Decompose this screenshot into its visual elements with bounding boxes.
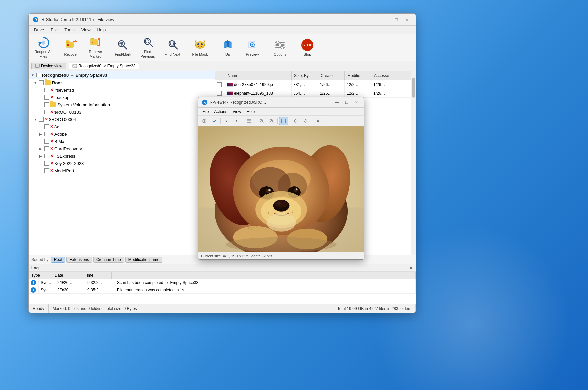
root-checkbox[interactable] [36,73,41,77]
tree-item-modelport[interactable]: ▶ ✕ ModelPort [37,167,215,174]
tree-item-root-folder[interactable]: ▼ Root [31,79,215,86]
root-folder-checkbox[interactable] [39,80,44,85]
sort-extensions-button[interactable]: Extensions [66,257,92,263]
viewer-prev-button[interactable]: ‹ [222,117,231,125]
main-scrollbar[interactable] [411,71,416,255]
sysvolinfo-checkbox[interactable] [44,102,49,107]
viewer-close-button[interactable]: ✕ [352,99,361,106]
viewer-next-button[interactable]: › [232,117,241,125]
viewer-minimize-button[interactable]: — [333,99,341,106]
viewer-menu-view[interactable]: View [231,109,243,114]
size-col-header[interactable]: Size, By [292,71,318,80]
log-close-button[interactable]: ✕ [409,265,413,271]
cardrecovery-checkbox[interactable] [44,146,49,151]
root-folder-toggle[interactable]: ▼ [33,80,38,85]
device-view-tab[interactable]: Device view [31,63,66,69]
viewer-menu-actions[interactable]: Actions [212,109,229,114]
tree-item-fseventsd[interactable]: ▶ ✕ .fseventsd [37,86,215,94]
tree-panel[interactable]: ▼ Recognized0 → Empty Space33 ▼ Root ▶ ✕ [29,71,215,255]
row1-checkbox[interactable] [217,82,222,87]
row2-check[interactable] [215,89,225,97]
iisexpress-checkbox[interactable] [44,154,49,158]
adobe-toggle[interactable]: ▶ [38,131,43,137]
sort-creation-time-button[interactable]: Creation Time [93,257,124,263]
key2022-checkbox[interactable] [44,161,49,166]
tree-item-key2022[interactable]: ▶ ✕ Key 2022-2023 [37,160,215,167]
modified-col-header[interactable]: Modifie [345,71,371,80]
tree-item-cardrecovery[interactable]: ▶ ✕ CardRecovery [37,145,215,152]
fseventsd-checkbox[interactable] [44,88,49,92]
recover-marked-button[interactable]: ✓ Recover Marked [84,36,107,59]
preview-label: Preview [246,52,259,57]
accessed-col-header[interactable]: Accesse [371,71,398,80]
modelport-checkbox[interactable] [44,168,49,173]
viewer-check-button[interactable] [210,117,219,125]
viewer-menu-file[interactable]: File [200,109,211,114]
reopen-all-files-button[interactable]: Reopen All Files [31,36,55,59]
file-mask-button[interactable]: File Mask [188,36,212,59]
svg-rect-57 [282,120,285,122]
stop-button[interactable]: STOP Stop [295,36,319,59]
sort-modification-time-button[interactable]: Modification Time [125,257,162,263]
toolbar: Reopen All Files ✕ Recover [29,34,416,61]
tree-item-iisexpress[interactable]: ▶ ✕ IISExpress [37,152,215,160]
tree-item-sysvolinfo[interactable]: ▶ System Volume Information [37,101,215,108]
root00133-checkbox[interactable] [44,110,49,114]
sort-real-button[interactable]: Real [51,257,65,263]
8x-checkbox[interactable] [44,124,49,129]
viewer-toolbar-sep-4 [277,118,278,124]
tree-item-backup[interactable]: ▶ ✕ .backup [37,94,215,101]
maximize-button[interactable]: □ [392,16,401,23]
up-button[interactable]: Up [216,36,240,59]
find-previous-button[interactable]: Find Previous [136,36,160,59]
row1-size: 381,… [292,80,318,89]
created-col-header[interactable]: Create [318,71,345,80]
find-next-icon [166,38,179,52]
recover-button[interactable]: ✕ Recover [59,36,83,59]
tree-item-8x[interactable]: ▶ ✕ 8x [37,123,215,130]
root-expand-toggle[interactable]: ▼ [30,72,35,78]
menu-drive[interactable]: Drive [31,27,47,33]
svg-point-22 [170,42,174,45]
backup-checkbox[interactable] [44,95,49,100]
tree-item-root00133[interactable]: ▶ ✕ $ROOT00133 [37,108,215,116]
menu-help[interactable]: Help [95,27,109,33]
viewer-zoom-out-button[interactable] [257,117,266,125]
adobe-checkbox[interactable] [44,132,49,136]
tree-item-bimx[interactable]: ▶ ✕ BIMx [37,138,215,145]
viewer-ccw-button[interactable] [291,117,300,125]
options-button[interactable]: Options [268,36,292,59]
viewer-fit-button[interactable] [279,117,288,125]
viewer-maximize-button[interactable]: □ [342,99,351,106]
bimx-checkbox[interactable] [44,139,49,144]
scrollbar-thumb[interactable] [412,78,415,98]
row1-check[interactable] [215,80,225,89]
row2-checkbox[interactable] [217,91,222,96]
root00004-toggle[interactable]: ▼ [33,117,38,122]
cardrecovery-toggle[interactable]: ▶ [38,146,43,151]
path-tab[interactable]: Rec Recognized0 -> Empty Space33 [69,63,139,69]
menu-file[interactable]: File [48,27,60,33]
findmark-button[interactable]: Find/Mark [111,36,135,59]
name-col-header[interactable]: Name [225,71,292,80]
tree-item-adobe[interactable]: ▶ ✕ Adobe [37,130,215,138]
list-item[interactable]: i Sys… 2/9/20… 9:32:2… Scan has been com… [29,279,416,286]
root00004-checkbox[interactable] [39,117,44,122]
find-next-button[interactable]: Find Next [160,36,184,59]
preview-button[interactable]: Preview [240,36,264,59]
list-item[interactable]: i Sys… 2/9/20… 9:35:2… File enumeration … [29,286,416,294]
viewer-menu-help[interactable]: Help [245,109,257,114]
viewer-zoom-in-button[interactable] [267,117,276,125]
close-button[interactable]: ✕ [402,16,412,23]
viewer-pin-button[interactable] [200,117,209,125]
tree-item-root00004[interactable]: ▼ ✕ $ROOT00004 [31,116,215,123]
viewer-open-button[interactable] [244,117,254,125]
viewer-more-button[interactable]: » [313,117,323,125]
iisexpress-toggle[interactable]: ▶ [38,153,43,159]
menu-view[interactable]: View [79,27,93,33]
table-row[interactable]: dog-2785074_1920.jp 381,… 1/26… 12/2… 1/… [215,80,411,89]
viewer-cw-button[interactable] [301,117,310,125]
minimize-button[interactable]: — [381,16,390,23]
find-previous-icon [141,36,154,49]
menu-tools[interactable]: Tools [62,27,77,33]
